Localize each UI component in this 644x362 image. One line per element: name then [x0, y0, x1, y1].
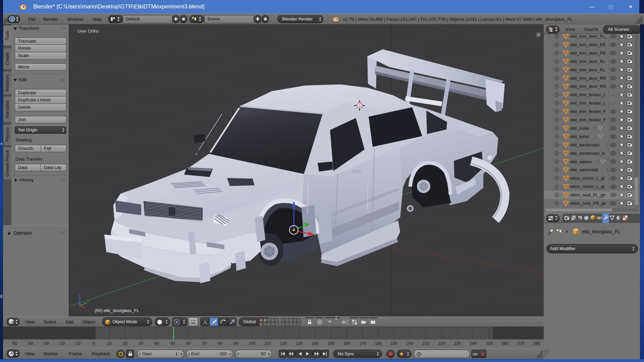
svg-text:etki_trunk: etki_trunk: [570, 126, 589, 131]
svg-text:etki_trim_door_RL: etki_trim_door_RL: [570, 59, 605, 64]
svg-text:etkss_seat_FL_gtr: etkss_seat_FL_gtr: [570, 192, 606, 197]
svg-text:etki_trim_door_RL: etki_trim_door_RL: [570, 67, 605, 72]
svg-text:etki_wiperstalk: etki_wiperstalk: [570, 167, 599, 172]
svg-text:etki_trim_door_FR: etki_trim_door_FR: [570, 51, 605, 56]
svg-text:etki_trim_door_RR: etki_trim_door_RR: [570, 76, 606, 81]
svg-text:etkss_seat_FR_gtr: etkss_seat_FR_gtr: [570, 201, 606, 206]
svg-text:i: i: [11, 17, 12, 21]
svg-text:etki_trim_door_FR: etki_trim_door_FR: [570, 42, 605, 47]
svg-text:etkss_mirror_L_gt: etkss_mirror_L_gt: [570, 184, 605, 189]
svg-text:etki_trim_fender_F: etki_trim_fender_F: [570, 109, 606, 114]
svg-text:(50) etki_doorglass_FL: (50) etki_doorglass_FL: [95, 308, 139, 313]
svg-text:etki_trim_fender_L: etki_trim_fender_L: [570, 101, 606, 106]
svg-text:User Ortho: User Ortho: [77, 28, 99, 34]
svg-text:etki_trim_door_RR: etki_trim_door_RR: [570, 84, 606, 89]
svg-text:etki_trim_fender_F: etki_trim_fender_F: [570, 117, 606, 122]
svg-text:z: z: [78, 293, 80, 297]
svg-text:etki_turbo: etki_turbo: [570, 134, 589, 139]
svg-text:etki_windshield_in: etki_windshield_in: [570, 151, 605, 156]
svg-text:x: x: [85, 308, 87, 312]
svg-text:etki_windshield: etki_windshield: [570, 142, 599, 147]
svg-text:etkss_mirror_L_gt: etkss_mirror_L_gt: [570, 176, 605, 181]
svg-text:etki_trim_door_FL_: etki_trim_door_FL_: [570, 34, 607, 39]
svg-text:etki_wipers: etki_wipers: [570, 159, 592, 164]
svg-text:etki_trim_fender_L: etki_trim_fender_L: [570, 92, 606, 97]
svg-text:y: y: [87, 299, 89, 303]
